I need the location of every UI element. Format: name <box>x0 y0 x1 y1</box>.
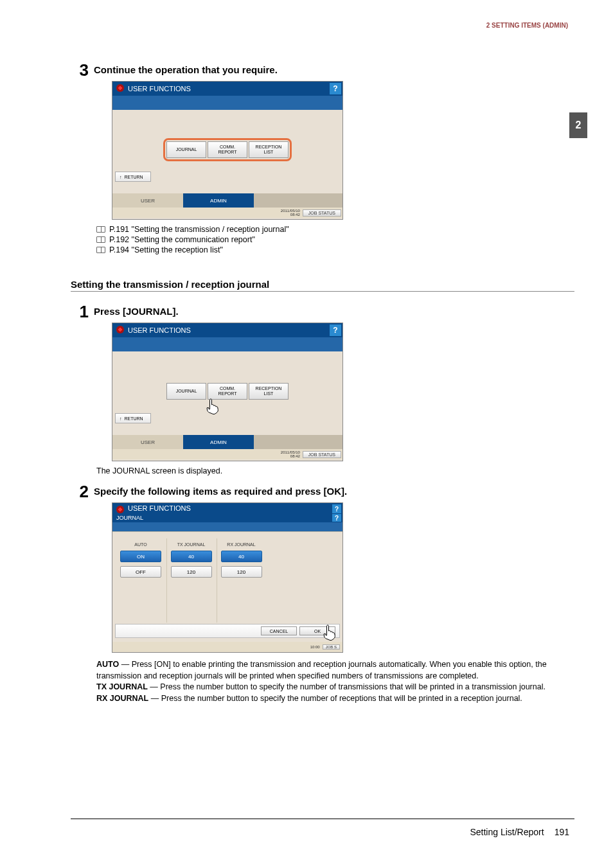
auto-on-button[interactable]: ON <box>120 551 161 562</box>
cross-ref-link[interactable]: P.191 "Setting the transmission / recept… <box>109 225 289 234</box>
up-arrow-icon: ↑ <box>120 175 122 179</box>
tab-admin[interactable]: ADMIN <box>183 193 254 208</box>
def-auto-label: AUTO <box>96 660 119 669</box>
app-logo-icon <box>116 84 124 92</box>
datetime-label: 10:00 <box>310 645 320 649</box>
book-icon <box>96 236 105 243</box>
book-icon <box>96 247 105 253</box>
help-icon[interactable]: ? <box>332 514 341 522</box>
return-button[interactable]: ↑ RETURN <box>115 413 151 423</box>
button-group-highlighted: JOURNAL COMM. REPORT RECEPTION LIST <box>163 138 292 161</box>
cross-ref-link[interactable]: P.194 "Setting the reception list" <box>109 245 223 254</box>
tx-120-button[interactable]: 120 <box>171 566 212 578</box>
hand-cursor-icon <box>322 624 337 642</box>
step-number: 2 <box>72 483 94 500</box>
def-rx-text: — Press the number button to specify the… <box>148 694 522 703</box>
job-status-button[interactable]: JOB S <box>323 644 340 650</box>
def-rx-label: RX JOURNAL <box>96 694 148 703</box>
journal-options-panel: AUTO ON OFF TX JOURNAL 40 120 RX JOURNAL… <box>112 531 342 623</box>
rx-120-button[interactable]: 120 <box>221 566 262 578</box>
cross-ref-link[interactable]: P.192 "Setting the communication report" <box>109 235 255 244</box>
definitions-block: AUTO — Press [ON] to enable printing the… <box>96 659 574 704</box>
step-number: 1 <box>72 303 94 320</box>
datetime-label: 2011/05/10 08:42 <box>281 209 300 217</box>
return-button[interactable]: ↑ RETURN <box>115 172 151 182</box>
bottom-tabs: USER ADMIN <box>112 193 342 208</box>
screen-title: USER FUNCTIONS <box>128 504 191 512</box>
tab-user[interactable]: USER <box>112 193 183 208</box>
auto-off-button[interactable]: OFF <box>120 566 161 578</box>
col-header: RX JOURNAL <box>227 542 255 547</box>
step-title: Continue the operation that you require. <box>94 62 278 75</box>
dialog-footer: CANCEL OK <box>115 624 340 638</box>
def-tx-text: — Press the number button to specify the… <box>148 682 546 691</box>
comm-report-button[interactable]: COMM. REPORT <box>208 141 247 158</box>
col-tx-journal: TX JOURNAL 40 120 <box>166 538 215 623</box>
book-icon <box>96 226 105 233</box>
screenshot-user-functions: USER FUNCTIONS ? JOURNAL COMM. REPORT RE… <box>112 81 343 220</box>
manual-page: 2 SETTING ITEMS (ADMIN) 2 3 Continue the… <box>0 0 613 868</box>
status-row: 10:00 JOB S <box>112 642 342 652</box>
screen-subtitle-bar: JOURNAL ? <box>112 513 342 522</box>
screen-title-bar: USER FUNCTIONS ? <box>112 82 342 96</box>
screen-title-bar: USER FUNCTIONS ? <box>112 323 342 337</box>
journal-button[interactable]: JOURNAL <box>166 141 206 158</box>
def-tx-label: TX JOURNAL <box>96 682 148 691</box>
step-number: 3 <box>72 62 94 78</box>
step-title: Specify the following items as required … <box>94 483 347 497</box>
footer-page-number: 191 <box>555 827 569 837</box>
col-rx-journal: RX JOURNAL 40 120 <box>217 538 265 623</box>
status-row: 2011/05/10 08:42 JOB STATUS <box>112 208 342 218</box>
screenshot-press-journal: USER FUNCTIONS ? JOURNAL COMM. REPORT RE… <box>112 323 343 461</box>
step-3: 3 Continue the operation that you requir… <box>72 62 574 78</box>
hand-cursor-icon <box>205 398 220 416</box>
tab-admin[interactable]: ADMIN <box>183 435 254 449</box>
chapter-tab: 2 <box>569 112 587 138</box>
col-header: AUTO <box>134 542 147 547</box>
app-logo-icon <box>116 506 124 513</box>
screen-ribbon <box>112 96 342 110</box>
screen-subtitle: JOURNAL <box>116 515 143 521</box>
screen-title: USER FUNCTIONS <box>128 85 191 93</box>
rx-40-button[interactable]: 40 <box>221 551 262 562</box>
page-footer: Setting List/Report 191 <box>470 827 569 837</box>
running-header: 2 SETTING ITEMS (ADMIN) <box>486 22 568 29</box>
footer-title: Setting List/Report <box>470 827 544 837</box>
col-header: TX JOURNAL <box>177 542 206 547</box>
tab-user[interactable]: USER <box>112 435 183 449</box>
section-heading: Setting the transmission / reception jou… <box>71 279 574 292</box>
cancel-button[interactable]: CANCEL <box>261 626 297 635</box>
reception-list-button[interactable]: RECEPTION LIST <box>249 141 289 158</box>
help-icon[interactable]: ? <box>330 324 341 336</box>
journal-button[interactable]: JOURNAL <box>166 383 206 400</box>
screen-title-bar: USER FUNCTIONS ? <box>112 503 342 513</box>
screen-ribbon <box>112 522 342 531</box>
step-1: 1 Press [JOURNAL]. <box>72 303 574 320</box>
help-icon[interactable]: ? <box>332 504 341 513</box>
screen-title: USER FUNCTIONS <box>128 326 191 334</box>
button-group: JOURNAL COMM. REPORT RECEPTION LIST <box>163 380 292 403</box>
reception-list-button[interactable]: RECEPTION LIST <box>249 383 289 400</box>
cross-references: P.191 "Setting the transmission / recept… <box>96 225 574 254</box>
up-arrow-icon: ↑ <box>120 416 122 421</box>
screenshot-journal-settings: USER FUNCTIONS ? JOURNAL ? AUTO ON OFF T… <box>112 502 343 653</box>
help-icon[interactable]: ? <box>330 83 341 94</box>
status-row: 2011/05/10 08:42 JOB STATUS <box>112 449 342 459</box>
step-description: The JOURNAL screen is displayed. <box>96 466 574 475</box>
bottom-tabs: USER ADMIN <box>112 435 342 449</box>
app-logo-icon <box>116 326 124 333</box>
job-status-button[interactable]: JOB STATUS <box>303 209 341 217</box>
datetime-label: 2011/05/10 08:42 <box>281 450 300 458</box>
footer-rule <box>71 819 574 819</box>
col-auto: AUTO ON OFF <box>116 538 165 623</box>
def-auto-text: — Press [ON] to enable printing the tran… <box>96 660 547 680</box>
step-2: 2 Specify the following items as require… <box>72 483 574 500</box>
step-title: Press [JOURNAL]. <box>94 303 179 317</box>
tx-40-button[interactable]: 40 <box>171 551 212 562</box>
job-status-button[interactable]: JOB STATUS <box>303 451 341 458</box>
screen-ribbon <box>112 337 342 351</box>
